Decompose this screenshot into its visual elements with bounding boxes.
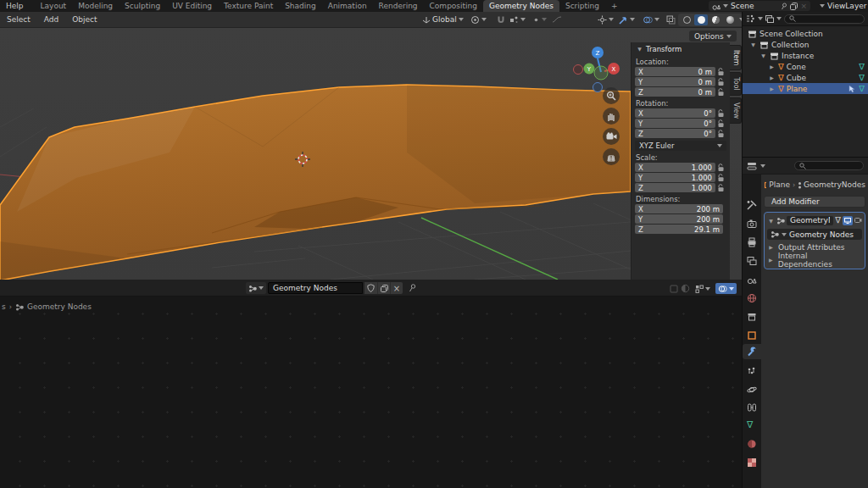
new-node-tree-button[interactable] xyxy=(377,282,390,294)
workspace-tab-sculpting[interactable]: Sculpting xyxy=(119,0,166,12)
lock-scale-x-icon[interactable] xyxy=(715,164,726,172)
tab-world[interactable] xyxy=(747,293,757,303)
lock-rotation-x-icon[interactable] xyxy=(715,109,726,118)
workspace-tab-scripting[interactable]: Scripting xyxy=(559,0,605,12)
node-overlays-toggle[interactable] xyxy=(715,283,737,294)
show-gizmo-toggle[interactable] xyxy=(616,14,637,26)
rotation-z-field[interactable]: Z0° xyxy=(635,129,715,138)
lock-scale-z-icon[interactable] xyxy=(715,184,726,192)
pan-hand-button[interactable] xyxy=(603,108,620,125)
lock-rotation-y-icon[interactable] xyxy=(715,119,726,128)
geometry-nodes-modifier-icon[interactable]: ∇ xyxy=(859,74,865,82)
camera-view-button[interactable] xyxy=(603,128,620,145)
overlays-dropdown[interactable] xyxy=(640,14,662,26)
properties-editor-icon[interactable] xyxy=(747,162,757,170)
render-display-toggle[interactable] xyxy=(854,217,862,224)
tab-view-layer[interactable] xyxy=(747,256,757,266)
modifier-collapse-icon[interactable]: ▼ xyxy=(767,218,775,224)
tab-particles[interactable] xyxy=(747,366,757,376)
outliner-row-plane[interactable]: ▶ ∇ Plane ∇ xyxy=(743,83,868,94)
zoom-button[interactable] xyxy=(603,87,620,104)
outliner-row-cube[interactable]: ▶ ∇ Cube ∇ xyxy=(743,72,868,83)
workspace-tab-rendering[interactable]: Rendering xyxy=(373,0,424,12)
tab-output[interactable] xyxy=(747,237,757,247)
workspace-tab-geometry-nodes[interactable]: Geometry Nodes xyxy=(483,0,559,12)
rotation-mode-dropdown[interactable]: XYZ Euler xyxy=(635,141,726,151)
viewport-options-button[interactable]: Options xyxy=(689,30,737,42)
lock-rotation-z-icon[interactable] xyxy=(715,130,726,138)
location-y-field[interactable]: Y0 m xyxy=(635,77,715,86)
sidebar-tab-view[interactable]: View xyxy=(730,97,742,124)
snap-toggle[interactable] xyxy=(494,14,508,26)
workspace-tab-texture-paint[interactable]: Texture Paint xyxy=(218,0,279,12)
viewport-display-toggle[interactable] xyxy=(843,216,853,225)
outliner-editor-icon[interactable] xyxy=(765,15,774,23)
location-x-field[interactable]: X0 m xyxy=(635,67,715,76)
gizmo-center[interactable] xyxy=(594,66,608,80)
expander-icon[interactable]: ▶ xyxy=(768,75,776,80)
menu-help[interactable]: Help xyxy=(0,2,30,10)
pin-icon[interactable] xyxy=(781,3,787,10)
tab-material[interactable] xyxy=(747,439,757,449)
tab-constraints[interactable] xyxy=(747,402,757,413)
xray-toggle[interactable] xyxy=(664,14,678,26)
modifier-header[interactable]: ▼ GeometryNo... ∇ xyxy=(767,214,862,226)
viewport-menu-object[interactable]: Object xyxy=(65,15,103,24)
workspace-tab-uv-editing[interactable]: UV Editing xyxy=(166,0,218,12)
sidebar-tab-item[interactable]: Item xyxy=(730,45,742,70)
lock-location-z-icon[interactable] xyxy=(715,88,726,97)
lock-location-x-icon[interactable] xyxy=(715,68,726,76)
dimensions-x-field[interactable]: X200 m xyxy=(635,204,723,214)
geometry-nodes-modifier-icon[interactable]: ∇ xyxy=(859,63,865,71)
section-internal-dependencies[interactable]: ▶ Internal Dependencies xyxy=(767,254,862,265)
expander-icon[interactable]: ▼ xyxy=(760,53,767,58)
viewport-menu-add[interactable]: Add xyxy=(37,15,65,24)
breadcrumb-modifier[interactable]: GeometryNodes xyxy=(804,180,865,189)
location-z-field[interactable]: Z0 m xyxy=(635,87,715,97)
pivot-point-dropdown[interactable] xyxy=(468,14,489,26)
new-scene-icon[interactable] xyxy=(790,3,798,10)
outliner-row-scene-collection[interactable]: Scene Collection xyxy=(743,28,868,39)
edit-mode-toggle-icon[interactable]: ∇ xyxy=(835,216,841,225)
workspace-tab-layout[interactable]: Layout xyxy=(35,0,73,12)
tab-texture[interactable] xyxy=(747,458,757,468)
tab-object[interactable] xyxy=(747,330,757,341)
gizmos-dropdown[interactable] xyxy=(595,14,616,26)
breadcrumb-object[interactable]: Plane xyxy=(769,180,790,189)
navigation-gizmo[interactable]: Z Y X xyxy=(573,43,629,94)
fake-user-button[interactable] xyxy=(364,282,377,294)
scale-x-field[interactable]: X1.000 xyxy=(635,163,715,172)
scene-selector[interactable]: Scene × xyxy=(709,1,810,11)
workspace-tab-animation[interactable]: Animation xyxy=(322,0,373,12)
node-group-selector[interactable]: Geometry Nodes xyxy=(767,229,862,240)
transform-orientation-dropdown[interactable]: Global xyxy=(420,14,466,26)
pin-icon[interactable] xyxy=(409,284,416,292)
viewport-canvas[interactable]: Options Z Y X xyxy=(0,28,742,280)
tab-physics[interactable] xyxy=(747,385,757,395)
transform-panel-header[interactable]: ▼ Transform xyxy=(632,42,730,55)
tab-collection[interactable] xyxy=(747,312,757,322)
add-modifier-button[interactable]: Add Modifier xyxy=(764,196,865,208)
tab-scene[interactable] xyxy=(747,274,757,285)
outliner-search-input[interactable] xyxy=(784,14,865,24)
gizmo-axis-z-neg[interactable] xyxy=(593,83,603,92)
shading-wireframe-button[interactable] xyxy=(680,14,693,25)
dimensions-z-field[interactable]: Z29.1 m xyxy=(635,225,723,234)
sidebar-tab-tool[interactable]: Tool xyxy=(730,72,742,96)
node-editor-canvas[interactable] xyxy=(0,297,742,488)
unlink-node-tree-button[interactable]: × xyxy=(390,282,403,294)
outliner-row-cone[interactable]: ▶ ∇ Cone ∇ xyxy=(743,61,868,72)
tab-render[interactable] xyxy=(747,219,757,229)
scale-z-field[interactable]: Z1.000 xyxy=(635,183,715,192)
expander-icon[interactable]: ▼ xyxy=(749,42,757,47)
tab-tool[interactable] xyxy=(747,200,757,210)
tab-object-data[interactable]: ∇ xyxy=(747,420,757,430)
properties-search-input[interactable] xyxy=(794,161,864,170)
lock-location-y-icon[interactable] xyxy=(715,78,726,86)
dimensions-y-field[interactable]: Y200 m xyxy=(635,214,723,224)
viewport-menu-select[interactable]: Select xyxy=(0,15,37,24)
expander-icon[interactable]: ▶ xyxy=(768,64,776,69)
workspace-tab-modeling[interactable]: Modeling xyxy=(72,0,119,12)
shading-material-button[interactable] xyxy=(709,14,722,25)
node-tree-name-field[interactable]: Geometry Nodes xyxy=(268,282,363,294)
